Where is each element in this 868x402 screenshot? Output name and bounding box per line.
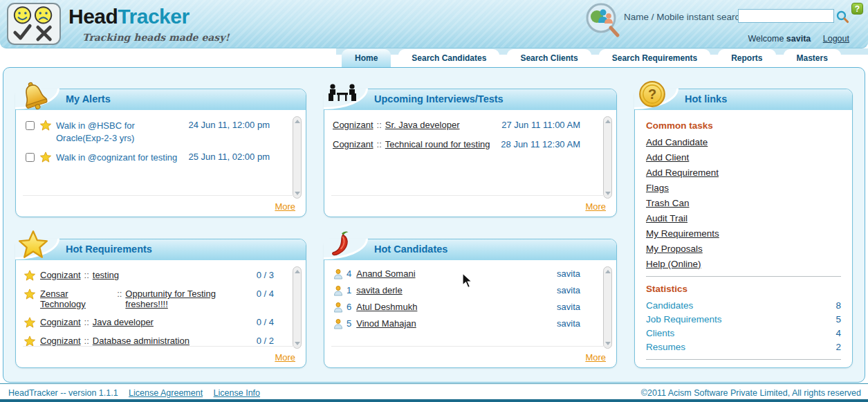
alert-row: Walk in @HSBC for Oracle(Exp-2-3 yrs) 24… <box>24 120 270 144</box>
candidate-row: 5 Vinod Mahajan savita <box>333 318 580 329</box>
scroll-up-icon[interactable] <box>605 120 611 123</box>
alert-checkbox[interactable] <box>26 121 35 130</box>
person-icon <box>333 302 344 313</box>
stat-candidates-value: 8 <box>835 300 841 311</box>
alert-checkbox[interactable] <box>26 153 35 162</box>
scroll-down-icon[interactable] <box>605 342 611 345</box>
alert-datetime: 24 Jun 11, 12:00 pm <box>188 120 270 130</box>
scrollbar[interactable] <box>293 116 302 199</box>
candidate-owner: savita <box>557 302 580 312</box>
candidate-rank: 5 <box>347 318 351 329</box>
question-glyph: ? <box>648 86 656 102</box>
tab-search-candidates[interactable]: Search Candidates <box>398 49 499 67</box>
license-info-link[interactable]: License Info <box>214 388 260 398</box>
interview-client-link[interactable]: Cognizant <box>333 120 373 130</box>
link-help-online[interactable]: Help (Online) <box>646 259 701 269</box>
panel-divider <box>331 346 609 347</box>
requirement-client-link[interactable]: Zensar Technology <box>40 289 113 309</box>
stat-clients-label[interactable]: Clients <box>646 328 674 338</box>
welcome-row: Welcome savita Logout <box>748 34 849 44</box>
scroll-up-icon[interactable] <box>605 270 611 273</box>
tab-search-clients[interactable]: Search Clients <box>507 49 591 67</box>
requirement-client-link[interactable]: Cognizant <box>40 270 81 280</box>
scroll-up-icon[interactable] <box>295 120 300 123</box>
license-agreement-link[interactable]: License Agreement <box>129 388 203 398</box>
my-alerts-body: Walk in @HSBC for Oracle(Exp-2-3 yrs) 24… <box>16 110 306 217</box>
alerts-more-link[interactable]: More <box>275 201 295 212</box>
search-icon[interactable] <box>836 10 849 24</box>
requirement-row: Cognizant :: Database administration 0 /… <box>24 336 274 347</box>
separator: :: <box>84 270 89 280</box>
link-add-requirement[interactable]: Add Requirement <box>646 167 719 178</box>
separator: :: <box>377 139 382 149</box>
requirement-subject-link[interactable]: Oppurtunity for Testing freshers!!!! <box>125 289 256 309</box>
interview-subject-link[interactable]: Technical round for testing <box>385 139 490 149</box>
candidate-owner: savita <box>557 318 580 329</box>
hot-requirements-header: Hot Requirements <box>16 239 306 260</box>
requirement-count: 0 / 4 <box>257 289 274 299</box>
stat-job-requirements-label[interactable]: Job Requirements <box>646 314 722 325</box>
statistics-heading: Statistics <box>646 284 841 294</box>
tab-home[interactable]: Home <box>342 49 391 67</box>
link-add-candidate[interactable]: Add Candidate <box>646 137 708 147</box>
scrollbar[interactable] <box>293 266 302 349</box>
interviews-list: Cognizant :: Sr. Java developer 27 Jun 1… <box>324 110 616 149</box>
hot-links-body: Common tasks Add Candidate Add Client Ad… <box>635 110 852 367</box>
app-title-tracker: Tracker <box>118 5 189 28</box>
link-audit-trail[interactable]: Audit Trail <box>646 213 687 223</box>
interview-subject-link[interactable]: Sr. Java developer <box>385 120 460 130</box>
star-icon <box>40 120 51 131</box>
interview-datetime: 27 Jun 11 11:00 AM <box>501 120 580 130</box>
link-my-requirements[interactable]: My Requirements <box>646 228 719 239</box>
link-add-client[interactable]: Add Client <box>646 152 689 163</box>
star-badge-icon <box>19 230 48 259</box>
scrollbar[interactable] <box>603 116 612 199</box>
my-alerts-title: My Alerts <box>66 93 111 104</box>
interviews-more-link[interactable]: More <box>585 201 606 212</box>
candidate-name-link[interactable]: Atul Deshmukh <box>356 302 417 312</box>
candidates-more-link[interactable]: More <box>585 352 606 363</box>
tab-reports[interactable]: Reports <box>718 49 775 67</box>
scroll-up-icon[interactable] <box>295 270 300 273</box>
footer-left: HeadTracker -- version 1.1.1 License Agr… <box>8 388 260 398</box>
tab-search-requirements[interactable]: Search Requirements <box>599 49 710 67</box>
tab-masters[interactable]: Masters <box>784 49 841 67</box>
bottom-bar <box>0 399 868 402</box>
instant-search-label: Name / Mobile instant search: <box>624 12 748 22</box>
link-flags[interactable]: Flags <box>646 183 669 193</box>
candidate-owner: savita <box>557 268 580 279</box>
upcoming-interviews-title: Upcoming Interviews/Tests <box>374 93 504 104</box>
hot-links-panel: ? Hot links Common tasks Add Candidate A… <box>634 89 853 368</box>
requirement-row: Zensar Technology :: Oppurtunity for Tes… <box>24 289 274 309</box>
alert-text[interactable]: Walk in @HSBC for Oracle(Exp-2-3 yrs) <box>56 120 184 144</box>
interview-row: Cognizant :: Sr. Java developer 27 Jun 1… <box>333 120 580 130</box>
requirement-client-link[interactable]: Cognizant <box>40 336 81 346</box>
separator: :: <box>84 336 89 346</box>
welcome-prefix: Welcome <box>748 34 784 44</box>
interview-client-link[interactable]: Cognizant <box>333 139 373 149</box>
logout-link[interactable]: Logout <box>823 34 849 44</box>
requirement-subject-link[interactable]: Java developer <box>93 317 154 327</box>
divider <box>646 276 841 277</box>
instant-search-input[interactable] <box>738 9 834 23</box>
candidate-rank: 6 <box>347 302 351 312</box>
tabs: Home Search Candidates Search Clients Se… <box>336 48 868 67</box>
candidate-name-link[interactable]: Anand Somani <box>356 268 415 279</box>
scroll-down-icon[interactable] <box>295 342 300 345</box>
alert-text[interactable]: Walk in @cognizant for testing <box>56 152 177 164</box>
requirements-more-link[interactable]: More <box>275 352 295 363</box>
candidate-name-link[interactable]: savita derle <box>356 285 402 295</box>
requirement-subject-link[interactable]: Database administration <box>93 336 190 346</box>
help-icon[interactable]: ? <box>851 3 863 15</box>
requirement-client-link[interactable]: Cognizant <box>40 317 81 327</box>
scrollbar[interactable] <box>603 266 612 349</box>
stat-resumes-label[interactable]: Resumes <box>646 342 685 352</box>
coin-question-icon: ? <box>638 80 667 109</box>
interview-datetime: 28 Jun 11 12:30 AM <box>501 139 580 149</box>
requirement-subject-link[interactable]: testing <box>93 270 119 280</box>
link-trash-can[interactable]: Trash Can <box>646 198 690 208</box>
candidate-name-link[interactable]: Vinod Mahajan <box>356 318 416 329</box>
stat-candidates-label[interactable]: Candidates <box>646 300 693 311</box>
candidates-list: 4 Anand Somani savita 1 savita derle sav… <box>324 260 616 329</box>
link-my-proposals[interactable]: My Proposals <box>646 244 703 254</box>
